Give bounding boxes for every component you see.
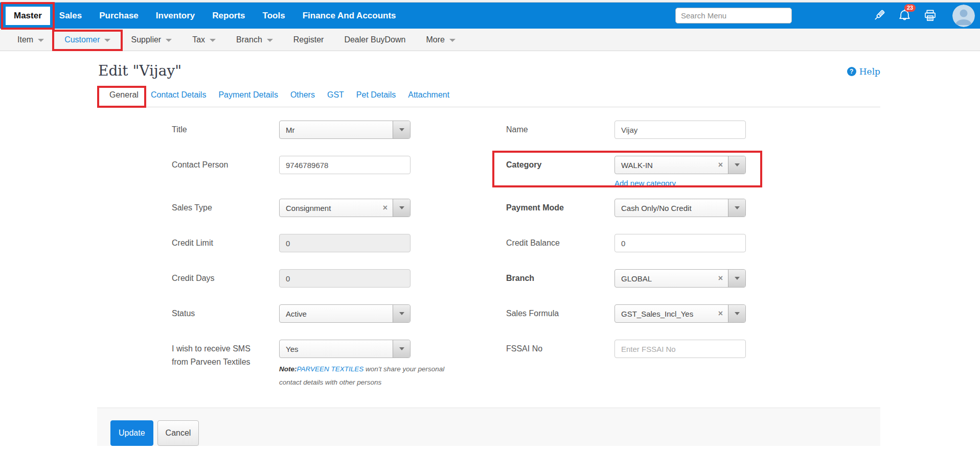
tab-gst[interactable]: GST <box>321 90 350 107</box>
branch-select[interactable]: GLOBAL × <box>614 269 746 288</box>
nav-item-reports-label: Reports <box>212 11 245 20</box>
subnav-item-supplier-label: Supplier <box>131 35 161 44</box>
payment-mode-select-value: Cash Only/No Credit <box>615 204 728 212</box>
cancel-button[interactable]: Cancel <box>157 420 199 446</box>
notifications-bell-icon[interactable]: 23 <box>897 9 911 23</box>
title-select-value: Mr <box>280 126 393 134</box>
name-label: Name <box>506 121 614 156</box>
notification-count-badge: 23 <box>904 4 916 12</box>
sms-note-line2: contact details with other persons <box>279 378 381 386</box>
theme-paintbrush-icon[interactable] <box>872 9 886 23</box>
help-link[interactable]: ? Help <box>847 66 880 77</box>
title-select[interactable]: Mr <box>279 121 411 139</box>
sales-formula-label: Sales Formula <box>506 304 614 340</box>
clear-icon[interactable]: × <box>381 203 393 212</box>
credit-days-label: Credit Days <box>172 269 279 304</box>
sms-opt-in-select[interactable]: Yes <box>279 340 411 358</box>
nav-item-purchase[interactable]: Purchase <box>91 7 147 25</box>
subnav-item-branch[interactable]: Branch <box>226 29 283 51</box>
status-label: Status <box>172 304 279 340</box>
main-navbar: Master Sales Purchase Inventory Reports … <box>0 3 980 29</box>
category-select[interactable]: WALK-IN × <box>614 156 746 174</box>
chevron-down-icon[interactable] <box>728 305 745 322</box>
tab-general[interactable]: General <box>103 90 145 107</box>
category-select-value: WALK-IN <box>615 161 716 170</box>
credit-balance-input[interactable] <box>614 234 746 252</box>
tab-contact-details-label: Contact Details <box>151 90 207 99</box>
credit-limit-label: Credit Limit <box>172 234 279 269</box>
status-select[interactable]: Active <box>279 304 411 323</box>
tab-general-label: General <box>109 90 139 99</box>
chevron-down-icon[interactable] <box>728 270 745 287</box>
nav-item-tools[interactable]: Tools <box>255 7 293 25</box>
payment-mode-select[interactable]: Cash Only/No Credit <box>614 199 746 217</box>
update-button[interactable]: Update <box>110 420 153 446</box>
contact-person-input[interactable] <box>279 156 411 174</box>
nav-item-finance-and-accounts[interactable]: Finance And Accounts <box>294 7 404 25</box>
subnav-item-dealer-buydown[interactable]: Dealer BuyDown <box>334 29 416 51</box>
sales-type-select-value: Consignment <box>280 204 381 212</box>
clear-icon[interactable]: × <box>716 160 728 170</box>
chevron-down-icon[interactable] <box>728 156 745 174</box>
nav-item-master-label: Master <box>14 11 42 20</box>
subnav-item-item[interactable]: Item <box>7 29 54 51</box>
sms-note-brand: PARVEEN TEXTILES <box>297 365 364 373</box>
chevron-down-icon[interactable] <box>728 199 745 217</box>
sms-opt-in-select-value: Yes <box>280 345 393 353</box>
tab-gst-label: GST <box>327 90 344 99</box>
branch-select-value: GLOBAL <box>615 274 716 283</box>
sms-note-rest: won't share your personal <box>363 365 444 373</box>
category-label: Category <box>506 156 614 199</box>
subnav-item-tax[interactable]: Tax <box>182 29 226 51</box>
tab-attachment[interactable]: Attachment <box>402 90 455 107</box>
clear-icon[interactable]: × <box>716 309 728 318</box>
search-input[interactable] <box>675 8 792 23</box>
add-new-category-link[interactable]: Add new category <box>614 179 676 187</box>
form-action-bar: Update Cancel <box>97 408 880 446</box>
subnav-item-register[interactable]: Register <box>283 29 334 51</box>
tab-payment-details[interactable]: Payment Details <box>212 90 284 107</box>
nav-item-inventory[interactable]: Inventory <box>148 7 203 25</box>
name-input[interactable] <box>614 121 746 139</box>
subnav-item-item-label: Item <box>17 35 33 44</box>
sales-type-select[interactable]: Consignment × <box>279 199 411 217</box>
chevron-down-icon[interactable] <box>393 121 410 138</box>
chevron-down-icon <box>267 39 273 42</box>
user-avatar[interactable] <box>952 5 975 27</box>
help-question-icon: ? <box>847 67 856 76</box>
fssai-label: FSSAI No <box>506 340 614 389</box>
sms-opt-in-label-line2: from Parveen Textiles <box>172 358 250 366</box>
nav-item-reports[interactable]: Reports <box>204 7 253 25</box>
nav-item-purchase-label: Purchase <box>99 11 139 20</box>
print-icon[interactable] <box>923 9 937 23</box>
tab-pet-details[interactable]: Pet Details <box>350 90 402 107</box>
clear-icon[interactable]: × <box>716 274 728 283</box>
tab-payment-details-label: Payment Details <box>218 90 278 99</box>
sales-formula-select-value: GST_Sales_Incl_Yes <box>615 310 716 318</box>
subnav-item-register-label: Register <box>293 35 324 44</box>
subnav-item-more-label: More <box>426 35 444 44</box>
nav-item-master[interactable]: Master <box>6 7 50 25</box>
chevron-down-icon[interactable] <box>393 199 410 217</box>
tab-attachment-label: Attachment <box>408 90 449 99</box>
tab-contact-details[interactable]: Contact Details <box>145 90 213 107</box>
status-select-value: Active <box>280 310 393 318</box>
chevron-down-icon <box>38 39 44 42</box>
fssai-input[interactable] <box>614 340 746 358</box>
page-title: Edit "Vijay" <box>97 62 181 79</box>
nav-item-sales-label: Sales <box>59 11 82 20</box>
sms-opt-in-label: I wish to receive SMS from Parveen Texti… <box>172 340 279 389</box>
chevron-down-icon[interactable] <box>393 305 410 322</box>
contact-person-label: Contact Person <box>172 156 279 199</box>
sales-type-label: Sales Type <box>172 199 279 234</box>
credit-days-input <box>279 269 411 288</box>
subnav-item-more[interactable]: More <box>416 29 465 51</box>
title-label: Title <box>172 121 279 156</box>
subnav-item-supplier[interactable]: Supplier <box>121 29 182 51</box>
nav-item-sales[interactable]: Sales <box>51 7 90 25</box>
tab-others[interactable]: Others <box>284 90 321 107</box>
help-link-label: Help <box>859 66 880 77</box>
chevron-down-icon[interactable] <box>393 340 410 358</box>
sales-formula-select[interactable]: GST_Sales_Incl_Yes × <box>614 304 746 323</box>
subnav-item-customer[interactable]: Customer <box>54 29 121 51</box>
